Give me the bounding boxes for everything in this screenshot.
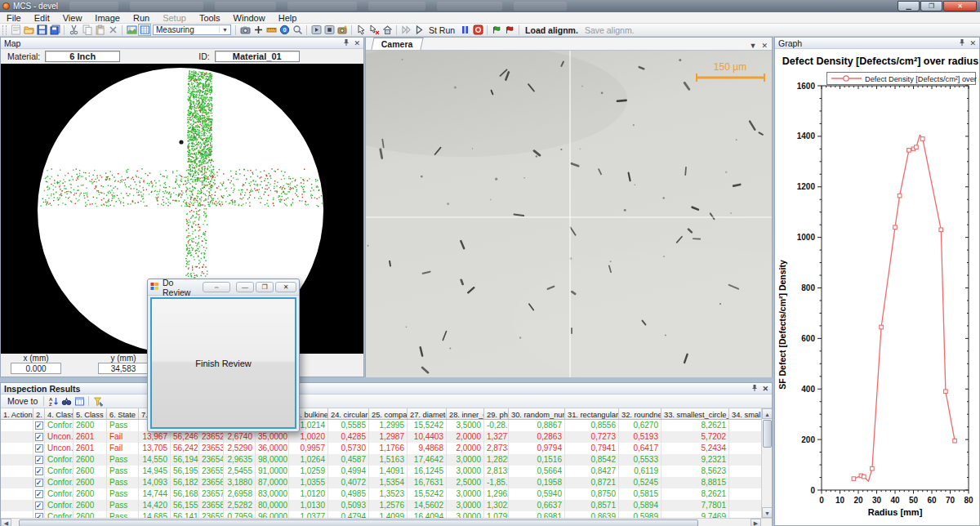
stop-view-icon[interactable]: [323, 24, 336, 36]
vertical-scrollbar[interactable]: ▲ ▼: [761, 408, 772, 518]
table-row[interactable]: ✓Confor...2600Pass14,09356,182236563,188…: [1, 477, 763, 488]
move-to-button[interactable]: Move to: [4, 396, 41, 406]
save-icon[interactable]: [35, 24, 48, 36]
row-checkbox[interactable]: ✓: [35, 467, 43, 475]
tab-camera[interactable]: Camera: [371, 38, 423, 50]
row-checkbox[interactable]: ✓: [35, 433, 43, 441]
column-header[interactable]: 24. circularity: [328, 408, 369, 420]
zoom-icon[interactable]: [291, 24, 304, 36]
column-header[interactable]: 2.: [33, 408, 45, 420]
chevron-down-icon[interactable]: ▼: [219, 27, 230, 33]
table-row[interactable]: ✓Confor...2600Pass14,74456,168236572,695…: [1, 488, 763, 500]
menu-edit[interactable]: Edit: [28, 12, 56, 24]
close-icon[interactable]: ✕: [762, 385, 768, 393]
green-flag-icon[interactable]: [490, 24, 503, 36]
menu-view[interactable]: View: [56, 12, 89, 24]
paste-icon[interactable]: [93, 24, 106, 36]
open-icon[interactable]: [22, 24, 35, 36]
column-header[interactable]: 33. smallest_circle_radius: [662, 408, 729, 420]
pointer-icon[interactable]: [354, 24, 368, 36]
maximize-button[interactable]: ❐: [920, 1, 942, 11]
horizontal-scrollbar-thumb[interactable]: [19, 519, 698, 526]
dialog-close-button[interactable]: ✕: [275, 282, 296, 292]
scroll-left-arrow[interactable]: ◀: [1, 519, 11, 526]
measure-icon[interactable]: [265, 24, 278, 36]
home-icon[interactable]: [381, 24, 394, 36]
table-row[interactable]: ✓Uncon...2601Fail13,96756,246236522,6740…: [1, 431, 763, 443]
pin-icon[interactable]: [959, 38, 965, 48]
delete-icon[interactable]: [106, 24, 119, 36]
dialog-maximize-button[interactable]: ❐: [256, 282, 274, 292]
column-header[interactable]: 1. Action: [1, 408, 33, 420]
row-checkbox[interactable]: ✓: [35, 421, 43, 430]
close-icon[interactable]: ✕: [354, 39, 360, 47]
pause-icon[interactable]: [458, 24, 471, 36]
vertical-scrollbar-thumb[interactable]: [763, 420, 772, 448]
save-all-icon[interactable]: [48, 24, 61, 36]
menu-tools[interactable]: Tools: [193, 12, 227, 24]
close-icon[interactable]: ✕: [969, 39, 976, 47]
row-checkbox[interactable]: ✓: [35, 456, 43, 464]
report-icon[interactable]: [9, 24, 22, 36]
menu-help[interactable]: Help: [272, 12, 304, 24]
row-checkbox[interactable]: ✓: [35, 444, 43, 452]
column-header[interactable]: 34. smalle: [729, 408, 763, 420]
stop-icon[interactable]: [471, 24, 484, 36]
menu-window[interactable]: Window: [227, 12, 272, 24]
table-row[interactable]: ✓Confor...2600Pass14,42056,155236582,528…: [1, 500, 763, 511]
mode-combobox[interactable]: Measuring ▼: [153, 25, 231, 35]
chevron-down-icon[interactable]: ▼: [750, 42, 757, 50]
table-row[interactable]: ✓Confor...2600Pass14,68556,141236590,795…: [1, 511, 763, 518]
snapshot-icon[interactable]: [336, 24, 349, 36]
pin-icon[interactable]: [343, 38, 350, 48]
menu-file[interactable]: File: [0, 12, 28, 24]
finish-review-button[interactable]: Finish Review: [150, 297, 296, 429]
sort-icon[interactable]: AZ: [47, 395, 60, 408]
fast-run-icon[interactable]: [399, 24, 412, 36]
close-icon[interactable]: ✕: [761, 42, 768, 50]
column-header[interactable]: 5. Class Id: [74, 408, 107, 420]
pin-icon[interactable]: [751, 384, 758, 394]
live-view-icon[interactable]: [310, 24, 323, 36]
camera-icon[interactable]: [238, 24, 252, 36]
scroll-right-arrow[interactable]: ▶: [751, 519, 761, 526]
column-header[interactable]: 29. phi: [484, 408, 509, 420]
minimize-button[interactable]: ▁: [898, 1, 920, 11]
column-header[interactable]: 27. diameter: [408, 408, 447, 420]
dialog-pin-button[interactable]: ⇔: [203, 282, 230, 292]
filter-icon[interactable]: [91, 395, 105, 408]
title-bar[interactable]: MCS - devel ▁ ❐ ✕: [0, 0, 980, 12]
toolbar-grip[interactable]: [2, 25, 7, 35]
dialog-title-bar[interactable]: Do Review ⇔ — ❐ ✕: [148, 279, 299, 296]
column-chooser-icon[interactable]: [73, 395, 86, 408]
table-row[interactable]: ✓Confor...2600Pass14,94556,195236552,545…: [1, 466, 763, 477]
find-icon[interactable]: [60, 395, 73, 408]
column-header[interactable]: 32. roundness: [619, 408, 662, 420]
camera-image[interactable]: 150 µm: [366, 51, 772, 379]
image-grid-icon[interactable]: [138, 24, 151, 36]
column-header[interactable]: 31. rectangularity: [565, 408, 619, 420]
row-checkbox[interactable]: ✓: [35, 479, 43, 487]
column-header[interactable]: 25. compactness: [369, 408, 408, 420]
copy-icon[interactable]: [80, 24, 93, 36]
cut-icon[interactable]: [67, 24, 80, 36]
horizontal-scrollbar[interactable]: ◀ ▶: [1, 518, 772, 526]
scroll-up-arrow[interactable]: ▲: [762, 408, 772, 419]
image-overview-icon[interactable]: [125, 24, 138, 36]
run-icon[interactable]: [412, 24, 425, 36]
load-alignment-button[interactable]: Load alignm.: [522, 25, 581, 35]
column-header[interactable]: 6. State: [107, 408, 139, 420]
row-checkbox[interactable]: ✓: [35, 501, 43, 510]
scroll-down-arrow[interactable]: ▼: [762, 507, 772, 518]
column-header[interactable]: 30. random_number: [509, 408, 565, 420]
map-panel-header[interactable]: Map ✕: [1, 38, 363, 49]
table-row[interactable]: ✓Confor...2600Pass14,55056,194236542,963…: [1, 454, 763, 466]
column-header[interactable]: 28. inner_circle: [447, 408, 484, 420]
menu-image[interactable]: Image: [88, 12, 127, 24]
red-flag-icon[interactable]: [503, 24, 516, 36]
row-checkbox[interactable]: ✓: [35, 490, 43, 498]
table-row[interactable]: ✓Uncon...2601Fail13,70556,242236532,5290…: [1, 443, 763, 454]
info-icon[interactable]: 0: [278, 24, 291, 36]
inspection-results-header[interactable]: Inspection Results ✕: [1, 383, 772, 394]
menu-run[interactable]: Run: [127, 12, 156, 24]
